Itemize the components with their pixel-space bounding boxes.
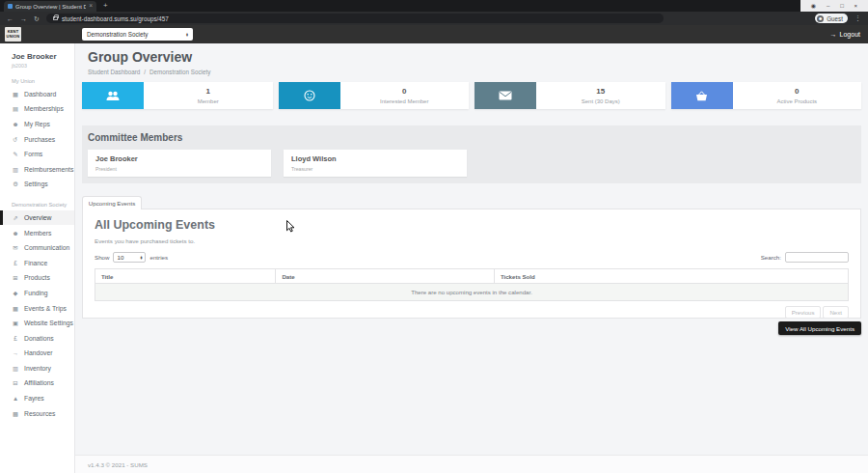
sidebar-item-settings[interactable]: ⚙ Settings (0, 177, 74, 192)
profile-label: Guest (827, 15, 843, 22)
column-tickets-sold[interactable]: Tickets Sold (494, 269, 848, 284)
sidebar-section-my-union: My Union (0, 69, 74, 87)
maximize-icon[interactable]: □ (840, 3, 844, 9)
member-card[interactable]: Lloyd Wilson Treasurer (284, 150, 467, 177)
lock-icon (53, 16, 58, 20)
sidebar-item-affiliations[interactable]: ⊟ Affiliations (0, 376, 74, 391)
smiley-icon (304, 90, 315, 101)
browser-menu-icon[interactable]: ⋮ (854, 14, 861, 22)
sidebar-item-label: Handover (24, 349, 52, 356)
sidebar-item-inventory[interactable]: ▥ Inventory (0, 361, 74, 376)
forward-icon[interactable]: → (20, 15, 27, 22)
browser-tab[interactable]: Group Overview | Student Dash × (4, 1, 96, 12)
browser-profile-chip[interactable]: ☻ Guest (815, 14, 848, 23)
sidebar-item-label: Resources (24, 410, 56, 417)
sidebar-item-members[interactable]: ☻ Members (0, 225, 74, 240)
sidebar-item-purchases[interactable]: ↺ Purchases (0, 131, 74, 147)
back-icon[interactable]: ← (7, 15, 14, 22)
logout-button[interactable]: → Logout (830, 25, 860, 43)
funding-icon: ◆ (12, 290, 19, 296)
entries-label: entries (149, 254, 168, 261)
sidebar-item-reimbursements[interactable]: ▥ Reimbursements (0, 161, 74, 177)
sidebar-item-donations[interactable]: £ Donations (0, 330, 74, 346)
refresh-icon[interactable]: ↻ (34, 15, 40, 22)
products-icon: ⊞ (12, 274, 19, 281)
stat-icon-box (671, 82, 733, 109)
member-name: Lloyd Wilson (291, 154, 459, 163)
view-all-upcoming-events-button[interactable]: View All Upcoming Events (778, 321, 861, 335)
close-icon[interactable]: × (854, 3, 858, 9)
main-content: Group Overview Student Dashboard / Demon… (75, 43, 868, 473)
sidebar-item-website-settings[interactable]: ▣ Website Settings (0, 316, 74, 331)
column-title[interactable]: Title (95, 269, 276, 284)
tab-close-icon[interactable]: × (89, 3, 93, 10)
sidebar-item-communication[interactable]: ✉ Communication (0, 240, 74, 256)
stat-body: 0 Active Products (733, 82, 862, 109)
sidebar-item-events-trips[interactable]: ▦ Events & Trips (0, 300, 74, 316)
version-text: v1.4.3 © 2021 - SUMS (88, 461, 148, 468)
member-card[interactable]: Joe Brooker President (88, 150, 271, 177)
sidebar-item-my-reps[interactable]: ☻ My Reps (0, 117, 74, 132)
members-icon: ☻ (12, 230, 19, 236)
sidebar-item-fayres[interactable]: ▲ Fayres (0, 391, 74, 406)
events-card: All Upcoming Events Events you have purc… (82, 209, 861, 319)
breadcrumb-home[interactable]: Student Dashboard (88, 69, 140, 75)
stat-card-interested: 0 Interested Member (279, 82, 470, 109)
stat-value: 15 (596, 87, 605, 96)
sidebar-item-products[interactable]: ⊞ Products (0, 270, 74, 286)
next-button[interactable]: Next (823, 306, 849, 319)
breadcrumb: Student Dashboard / Demonstration Societ… (88, 69, 210, 75)
sidebar-item-label: My Reps (24, 121, 50, 127)
table-row: There are no upcoming events in the cale… (95, 284, 849, 301)
my-reps-icon: ☻ (12, 121, 19, 127)
committee-panel: Committee Members Joe Brooker President … (82, 125, 861, 183)
record-icon[interactable]: ◉ (811, 3, 816, 9)
stat-body: 0 Interested Member (340, 82, 470, 109)
page-length-select[interactable]: 10 ▴▾ (113, 252, 146, 263)
stat-label: Interested Member (380, 98, 428, 104)
events-search-input[interactable] (785, 252, 849, 263)
sidebar-item-label: Communication (24, 244, 69, 251)
member-role: President (95, 166, 263, 172)
overview-icon: ⇗ (12, 214, 19, 221)
sidebar-item-forms[interactable]: ✎ Forms (0, 147, 74, 162)
page-head: Group Overview Student Dashboard / Demon… (88, 49, 210, 75)
stat-icon-box (82, 82, 144, 109)
settings-icon: ⚙ (12, 181, 19, 187)
group-selector[interactable]: Demonstration Society ▴▾ (82, 28, 193, 41)
sidebar-item-handover[interactable]: → Handover (0, 346, 74, 361)
new-tab-button[interactable]: + (103, 1, 108, 10)
breadcrumb-current: Demonstration Society (149, 69, 210, 75)
purchases-icon: ↺ (12, 136, 19, 143)
sidebar-item-funding[interactable]: ◆ Funding (0, 286, 74, 301)
sidebar-item-label: Reimbursements (24, 166, 73, 173)
sidebar-item-label: Events & Trips (24, 305, 67, 312)
stat-body: 1 Member (144, 82, 273, 109)
stat-value: 0 (402, 87, 406, 96)
sidebar-item-label: Purchases (24, 136, 55, 143)
previous-button[interactable]: Previous (785, 306, 822, 319)
pagination: Previous Next (95, 306, 849, 319)
address-bar[interactable]: student-dashboard.sums.su/groups/457 (46, 14, 664, 23)
reimbursements-icon: ▥ (12, 166, 19, 173)
tab-upcoming-events[interactable]: Upcoming Events (82, 196, 142, 209)
union-logo[interactable]: KENT UNION (5, 27, 21, 42)
inventory-icon: ▥ (12, 365, 19, 372)
sidebar-item-finance[interactable]: £ Finance (0, 255, 74, 270)
memberships-icon: ▤ (12, 105, 19, 112)
events-subtitle: Events you have purchased tickets to. (95, 237, 849, 244)
sidebar-item-label: Website Settings (24, 320, 73, 326)
sidebar-item-resources[interactable]: ▩ Resources (0, 405, 74, 421)
column-date[interactable]: Date (276, 269, 494, 284)
browser-tab-strip: Group Overview | Student Dash × + ◉ – □ … (0, 0, 868, 12)
sidebar-item-label: Memberships (24, 105, 64, 112)
sidebar-item-overview[interactable]: ⇗ Overview (0, 210, 74, 226)
member-name: Joe Brooker (95, 154, 263, 163)
page-length-value: 10 (117, 254, 123, 261)
committee-cards: Joe Brooker President Lloyd Wilson Treas… (88, 150, 855, 177)
sidebar-item-dashboard[interactable]: ▦ Dashboard (0, 87, 74, 102)
stat-card-members: 1 Member (82, 82, 273, 109)
minimize-icon[interactable]: – (827, 3, 829, 9)
empty-message: There are no upcoming events in the cale… (95, 284, 849, 301)
sidebar-item-memberships[interactable]: ▤ Memberships (0, 101, 74, 117)
